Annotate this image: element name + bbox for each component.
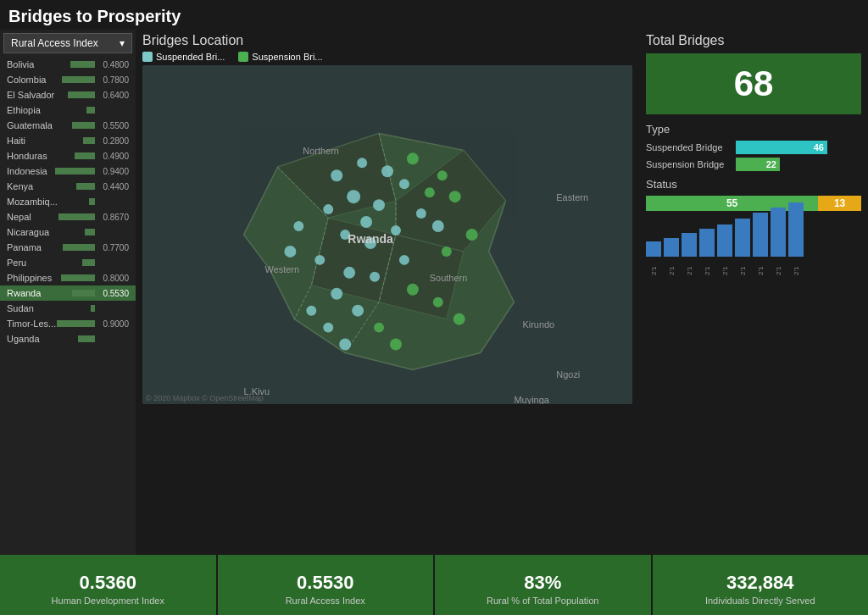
stat-box-0: 0.5360 Human Development Index: [0, 555, 218, 615]
svg-point-7: [323, 204, 333, 214]
sidebar-list: Bolivia 0.4800 Colombia 0.7800 El Salvad…: [0, 57, 136, 555]
svg-point-35: [390, 339, 402, 351]
svg-point-1: [331, 169, 342, 181]
map-title: Bridges Location: [142, 33, 632, 48]
svg-point-34: [374, 323, 384, 333]
svg-text:Kirundo: Kirundo: [522, 319, 554, 330]
status-bar: 55 13: [646, 196, 861, 211]
legend-item: Suspension Bri...: [238, 52, 322, 62]
chart-bar: 2'1: [735, 219, 750, 275]
sidebar-item-kenya[interactable]: Kenya 0.4400: [0, 179, 136, 194]
sidebar-item-elsalvador[interactable]: El Salvador 0.6400: [0, 87, 136, 102]
svg-point-17: [331, 288, 342, 300]
sidebar-item-rwanda[interactable]: Rwanda 0.5530: [0, 285, 136, 301]
type-rows: Suspended Bridge 46 Suspension Bridge 22: [646, 141, 861, 171]
svg-point-31: [407, 284, 419, 296]
sidebar-item-colombia[interactable]: Colombia 0.7800: [0, 72, 136, 87]
svg-point-23: [284, 246, 296, 258]
svg-point-25: [407, 152, 419, 164]
svg-text:Muyinga: Muyinga: [514, 395, 549, 404]
sidebar-dropdown[interactable]: Rural Access Index ▾: [3, 33, 132, 53]
svg-point-15: [343, 267, 355, 279]
right-panel: Total Bridges 68 Type Suspended Bridge 4…: [639, 30, 868, 555]
svg-point-12: [416, 208, 426, 219]
svg-text:Southern: Southern: [430, 273, 467, 283]
sidebar-item-nepal[interactable]: Nepal 0.8670: [0, 209, 136, 224]
sidebar-item-uganda[interactable]: Uganda: [0, 331, 136, 346]
svg-point-26: [437, 170, 448, 180]
sidebar-item-panama[interactable]: Panama 0.7700: [0, 240, 136, 255]
svg-point-29: [466, 229, 478, 241]
bottom-stats: 0.5360 Human Development Index 0.5530 Ru…: [0, 555, 868, 615]
sidebar-item-mozambiq[interactable]: Mozambiq...: [0, 194, 136, 209]
type-section-label: Type: [646, 123, 861, 136]
chevron-down-icon: ▾: [120, 37, 125, 49]
status-section-label: Status: [646, 178, 861, 191]
svg-text:Northern: Northern: [303, 146, 339, 156]
svg-point-33: [453, 313, 465, 325]
sidebar-item-ethiopia[interactable]: Ethiopia: [0, 102, 136, 118]
dropdown-label: Rural Access Index: [11, 37, 98, 49]
svg-text:Ngozi: Ngozi: [556, 369, 580, 380]
status-bar-orange: 13: [818, 196, 861, 211]
sidebar-item-sudan[interactable]: Sudan: [0, 301, 136, 316]
svg-point-3: [381, 165, 393, 177]
app-title: Bridges to Prosperity: [8, 7, 181, 25]
svg-point-20: [323, 323, 333, 333]
map-legend: Suspended Bri...Suspension Bri...: [142, 52, 632, 62]
sidebar-item-peru[interactable]: Peru: [0, 255, 136, 270]
page-header: Bridges to Prosperity: [0, 0, 868, 30]
svg-point-28: [425, 187, 435, 197]
type-row: Suspended Bridge 46: [646, 141, 861, 154]
chart: 2'1 2'1 2'1 2'1 2'1 2'1 2'1 2'1 2'1: [646, 216, 861, 275]
svg-point-16: [370, 272, 380, 282]
chart-bar: 2'1: [682, 233, 697, 275]
sidebar-item-timorles[interactable]: Timor-Les... 0.9000: [0, 316, 136, 331]
svg-point-21: [339, 339, 351, 351]
svg-point-4: [399, 179, 409, 189]
stat-box-2: 83% Rural % of Total Population: [435, 555, 653, 615]
svg-point-22: [293, 221, 303, 231]
svg-text:Western: Western: [265, 264, 300, 274]
svg-point-13: [432, 220, 444, 232]
svg-point-27: [449, 191, 461, 202]
stat-box-1: 0.5530 Rural Access Index: [218, 555, 436, 615]
chart-bar: 2'1: [646, 241, 661, 275]
svg-point-24: [399, 255, 409, 265]
svg-point-30: [442, 247, 452, 257]
type-row: Suspension Bridge 22: [646, 158, 861, 171]
sidebar-item-indonesia[interactable]: Indonesia 0.9400: [0, 163, 136, 179]
svg-point-8: [360, 216, 372, 228]
sidebar: Rural Access Index ▾ Bolivia 0.4800 Colo…: [0, 30, 136, 555]
sidebar-item-haiti[interactable]: Haiti 0.2800: [0, 133, 136, 148]
stat-box-3: 332,884 Individuals Directly Served: [653, 555, 869, 615]
svg-point-18: [306, 306, 316, 316]
chart-bar: 2'1: [664, 238, 679, 275]
legend-item: Suspended Bri...: [142, 52, 225, 62]
chart-bar: 2'1: [699, 229, 715, 275]
svg-point-32: [433, 297, 443, 308]
chart-bar: 2'1: [753, 213, 768, 275]
svg-point-2: [357, 158, 367, 168]
sidebar-item-bolivia[interactable]: Bolivia 0.4800: [0, 57, 136, 72]
svg-text:Rwanda: Rwanda: [348, 232, 393, 246]
chart-bar: 2'1: [771, 208, 786, 275]
svg-point-19: [352, 305, 364, 317]
sidebar-item-philippines[interactable]: Philippines 0.8000: [0, 270, 136, 285]
svg-point-6: [373, 199, 385, 211]
map-container[interactable]: Northern Eastern Western Southern Kirund…: [142, 65, 632, 404]
chart-bar: 2'1: [788, 202, 804, 275]
right-panel-title: Total Bridges: [646, 33, 861, 48]
sidebar-item-nicaragua[interactable]: Nicaragua: [0, 224, 136, 240]
svg-text:Eastern: Eastern: [556, 192, 588, 202]
svg-point-5: [347, 190, 360, 203]
total-bridges-box: 68: [646, 53, 861, 114]
map-section: Bridges Location Suspended Bri...Suspens…: [136, 30, 639, 555]
svg-point-14: [314, 255, 325, 265]
chart-bar: 2'1: [717, 224, 732, 275]
sidebar-item-honduras[interactable]: Honduras 0.4900: [0, 148, 136, 163]
map-attribution: © 2020 Mapbox © OpenStreetMap: [146, 394, 264, 402]
sidebar-item-guatemala[interactable]: Guatemala 0.5500: [0, 118, 136, 133]
